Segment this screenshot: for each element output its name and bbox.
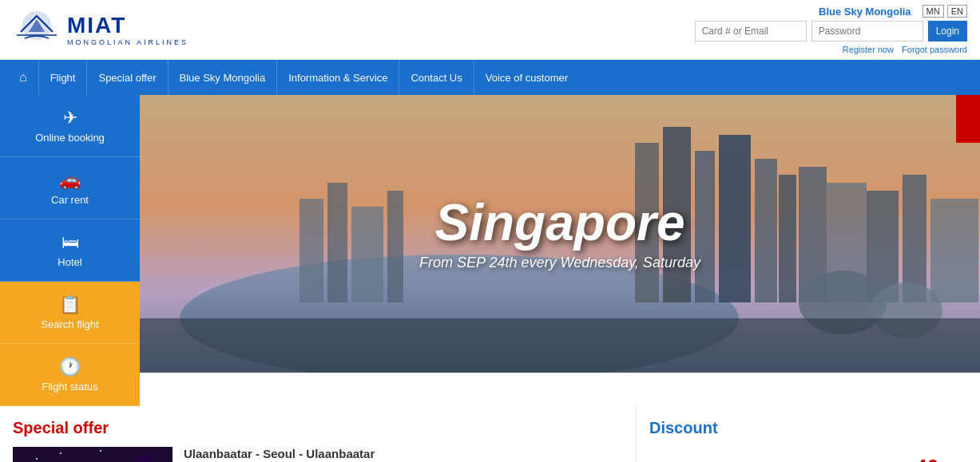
youth-discount-value: up to 40% <box>891 455 956 462</box>
svg-point-33 <box>36 458 38 460</box>
svg-rect-8 <box>779 175 796 302</box>
hero-text: Singapore From SEP 24th every Wednesday,… <box>419 197 700 271</box>
plane-icon: ✈ <box>63 108 77 128</box>
nav-info-service[interactable]: Information & Service <box>276 60 399 95</box>
hero-corner-indicator <box>956 95 980 143</box>
sidebar-item-car-rent[interactable]: 🚗 Car rent <box>0 157 140 219</box>
navbar: ⌂ Flight Special offer Blue Sky Mongolia… <box>0 60 980 95</box>
youth-pct: 40 <box>915 455 938 462</box>
car-icon: 🚗 <box>59 170 81 191</box>
sidebar-label-booking: Online booking <box>35 132 105 144</box>
login-row: Login <box>695 21 967 41</box>
bottom-section: Special offer <box>0 406 980 462</box>
forgot-link[interactable]: Forgot password <box>902 45 967 54</box>
lang-mn-button[interactable]: MN <box>922 5 944 18</box>
main-area: ✈ Online booking 🚗 Car rent 🛏 Hotel 📋 Se… <box>0 95 980 406</box>
offer-image <box>13 447 173 462</box>
logo-area: MIAT MONGOLIAN AIRLINES <box>13 10 188 49</box>
nav-contact-us[interactable]: Contact Us <box>399 60 473 95</box>
sidebar-label-search: Search flight <box>41 318 98 330</box>
hero-banner: Singapore From SEP 24th every Wednesday,… <box>140 95 980 373</box>
hero-subtitle: From SEP 24th every Wednesday, Saturday <box>419 255 700 271</box>
lang-row: MN EN <box>922 5 967 18</box>
city-lights-svg <box>13 447 173 462</box>
svg-rect-18 <box>351 207 383 302</box>
offer-route: Ulaanbaatar - Seoul - Ulaanbaatar <box>184 447 623 460</box>
discount-row-youth: Youth discount up to 40% <box>649 447 967 462</box>
svg-rect-6 <box>719 135 751 302</box>
sidebar-label-status: Flight status <box>42 381 97 393</box>
email-input[interactable] <box>695 21 807 41</box>
nav-special-offer[interactable]: Special offer <box>86 60 167 95</box>
search-flight-icon: 📋 <box>59 294 81 315</box>
register-forgot: Register now Forgot password <box>843 45 967 54</box>
password-input[interactable] <box>811 21 923 41</box>
svg-rect-13 <box>930 199 978 302</box>
sidebar-item-flight-status[interactable]: 🕐 Flight status <box>0 344 140 406</box>
logo-icon <box>13 10 61 49</box>
offer-details: Ulaanbaatar - Seoul - Ulaanbaatar round … <box>184 447 623 462</box>
nav-blue-sky[interactable]: Blue Sky Mongolia <box>168 60 277 95</box>
clock-icon: 🕐 <box>59 357 81 377</box>
discount-section: Discount Youth discount up to 40% Studen… <box>637 406 980 462</box>
special-offer-section: Special offer <box>0 406 637 462</box>
special-offer-title: Special offer <box>13 419 623 437</box>
offer-card: Ulaanbaatar - Seoul - Ulaanbaatar round … <box>13 447 623 462</box>
sidebar-item-hotel[interactable]: 🛏 Hotel <box>0 219 140 282</box>
discount-title: Discount <box>649 419 967 437</box>
header-right: Blue Sky Mongolia MN EN Login Register n… <box>695 5 967 54</box>
svg-rect-31 <box>137 455 153 462</box>
login-button[interactable]: Login <box>928 21 967 41</box>
lang-en-button[interactable]: EN <box>947 5 967 18</box>
sidebar-label-car: Car rent <box>51 194 89 206</box>
svg-rect-20 <box>140 318 980 373</box>
nav-home-button[interactable]: ⌂ <box>8 70 38 85</box>
nav-flight[interactable]: Flight <box>38 60 87 95</box>
svg-point-34 <box>60 452 61 454</box>
svg-point-36 <box>100 450 101 452</box>
hotel-icon: 🛏 <box>61 232 79 253</box>
svg-rect-19 <box>387 191 403 302</box>
logo-text: MIAT MONGOLIAN AIRLINES <box>67 13 188 46</box>
sidebar-item-search-flight[interactable]: 📋 Search flight <box>0 282 140 344</box>
nav-voice[interactable]: Voice of customer <box>474 60 579 95</box>
header: MIAT MONGOLIAN AIRLINES Blue Sky Mongoli… <box>0 0 980 60</box>
svg-rect-7 <box>755 159 777 302</box>
logo-miat: MIAT <box>67 13 188 38</box>
hero-city-name: Singapore <box>419 197 700 248</box>
register-link[interactable]: Register now <box>843 45 894 54</box>
svg-rect-16 <box>300 199 323 302</box>
blue-sky-link[interactable]: Blue Sky Mongolia <box>819 6 911 18</box>
sidebar-label-hotel: Hotel <box>58 256 81 268</box>
sidebar: ✈ Online booking 🚗 Car rent 🛏 Hotel 📋 Se… <box>0 95 140 406</box>
logo-sub: MONGOLIAN AIRLINES <box>67 38 188 46</box>
sidebar-item-booking[interactable]: ✈ Online booking <box>0 95 140 157</box>
svg-rect-17 <box>327 183 347 302</box>
